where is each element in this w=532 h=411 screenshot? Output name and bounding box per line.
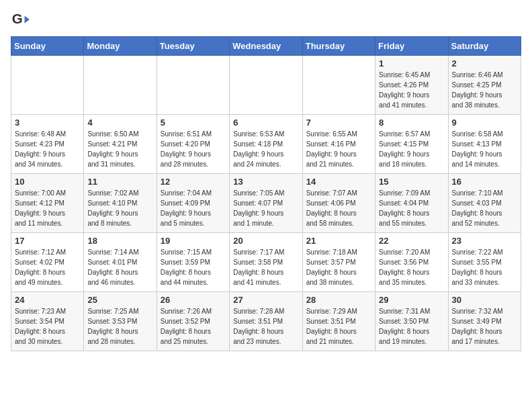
day-info: Sunrise: 6:45 AM Sunset: 4:26 PM Dayligh… [379, 70, 444, 110]
svg-marker-1 [25, 15, 30, 23]
calendar-week-row: 10Sunrise: 7:00 AM Sunset: 4:12 PM Dayli… [11, 174, 521, 233]
calendar-cell: 24Sunrise: 7:23 AM Sunset: 3:54 PM Dayli… [11, 292, 84, 351]
day-info: Sunrise: 7:00 AM Sunset: 4:12 PM Dayligh… [15, 188, 80, 228]
calendar-cell [230, 56, 302, 115]
day-number: 9 [452, 118, 517, 128]
day-info: Sunrise: 6:58 AM Sunset: 4:13 PM Dayligh… [452, 129, 517, 169]
calendar-cell: 2Sunrise: 6:46 AM Sunset: 4:25 PM Daylig… [448, 56, 521, 115]
weekday-header: Friday [375, 37, 448, 56]
day-number: 25 [87, 295, 152, 305]
calendar-cell: 14Sunrise: 7:07 AM Sunset: 4:06 PM Dayli… [302, 174, 375, 233]
day-info: Sunrise: 6:46 AM Sunset: 4:25 PM Dayligh… [452, 70, 517, 110]
calendar-week-row: 3Sunrise: 6:48 AM Sunset: 4:23 PM Daylig… [11, 115, 521, 174]
day-info: Sunrise: 7:29 AM Sunset: 3:51 PM Dayligh… [306, 306, 371, 347]
calendar-cell: 7Sunrise: 6:55 AM Sunset: 4:16 PM Daylig… [302, 115, 375, 174]
calendar-cell: 9Sunrise: 6:58 AM Sunset: 4:13 PM Daylig… [448, 115, 521, 174]
calendar-cell: 21Sunrise: 7:18 AM Sunset: 3:57 PM Dayli… [302, 233, 375, 292]
calendar-table: SundayMondayTuesdayWednesdayThursdayFrid… [11, 36, 521, 351]
day-info: Sunrise: 6:55 AM Sunset: 4:16 PM Dayligh… [306, 129, 371, 169]
calendar-cell: 11Sunrise: 7:02 AM Sunset: 4:10 PM Dayli… [84, 174, 157, 233]
svg-text:G: G [12, 11, 23, 26]
calendar-cell [84, 56, 157, 115]
day-number: 27 [233, 295, 298, 305]
day-info: Sunrise: 7:17 AM Sunset: 3:58 PM Dayligh… [233, 247, 298, 287]
calendar-cell: 19Sunrise: 7:15 AM Sunset: 3:59 PM Dayli… [157, 233, 229, 292]
calendar-cell: 4Sunrise: 6:50 AM Sunset: 4:21 PM Daylig… [84, 115, 157, 174]
day-number: 22 [379, 236, 444, 246]
day-info: Sunrise: 7:22 AM Sunset: 3:55 PM Dayligh… [452, 247, 517, 287]
calendar-cell: 29Sunrise: 7:31 AM Sunset: 3:50 PM Dayli… [375, 292, 448, 351]
day-number: 28 [306, 295, 371, 305]
calendar-week-row: 1Sunrise: 6:45 AM Sunset: 4:26 PM Daylig… [11, 56, 521, 115]
calendar-cell: 3Sunrise: 6:48 AM Sunset: 4:23 PM Daylig… [11, 115, 84, 174]
calendar-cell: 5Sunrise: 6:51 AM Sunset: 4:20 PM Daylig… [157, 115, 229, 174]
day-number: 14 [306, 177, 371, 187]
calendar-week-row: 17Sunrise: 7:12 AM Sunset: 4:02 PM Dayli… [11, 233, 521, 292]
day-number: 13 [233, 177, 298, 187]
day-number: 17 [15, 236, 80, 246]
day-number: 1 [379, 58, 444, 68]
day-number: 6 [233, 118, 298, 128]
day-number: 12 [161, 177, 226, 187]
day-number: 8 [379, 118, 444, 128]
weekday-header: Monday [84, 37, 157, 56]
day-number: 19 [161, 236, 226, 246]
calendar-cell [157, 56, 229, 115]
day-number: 7 [306, 118, 371, 128]
day-info: Sunrise: 6:48 AM Sunset: 4:23 PM Dayligh… [15, 129, 80, 169]
calendar-cell: 16Sunrise: 7:10 AM Sunset: 4:03 PM Dayli… [448, 174, 521, 233]
day-number: 2 [452, 58, 517, 68]
logo: G [11, 11, 32, 30]
calendar-cell: 25Sunrise: 7:25 AM Sunset: 3:53 PM Dayli… [84, 292, 157, 351]
header-row: SundayMondayTuesdayWednesdayThursdayFrid… [11, 37, 521, 56]
calendar-cell: 18Sunrise: 7:14 AM Sunset: 4:01 PM Dayli… [84, 233, 157, 292]
day-number: 11 [87, 177, 152, 187]
weekday-header: Wednesday [230, 37, 302, 56]
day-number: 26 [161, 295, 226, 305]
day-info: Sunrise: 7:25 AM Sunset: 3:53 PM Dayligh… [87, 306, 152, 347]
calendar-cell: 15Sunrise: 7:09 AM Sunset: 4:04 PM Dayli… [375, 174, 448, 233]
day-info: Sunrise: 7:09 AM Sunset: 4:04 PM Dayligh… [379, 188, 444, 228]
logo-icon: G [11, 11, 30, 30]
weekday-header: Thursday [302, 37, 375, 56]
day-info: Sunrise: 7:18 AM Sunset: 3:57 PM Dayligh… [306, 247, 371, 287]
calendar-cell: 17Sunrise: 7:12 AM Sunset: 4:02 PM Dayli… [11, 233, 84, 292]
day-info: Sunrise: 7:15 AM Sunset: 3:59 PM Dayligh… [161, 247, 226, 287]
day-info: Sunrise: 7:07 AM Sunset: 4:06 PM Dayligh… [306, 188, 371, 228]
calendar-cell: 13Sunrise: 7:05 AM Sunset: 4:07 PM Dayli… [230, 174, 302, 233]
day-number: 23 [452, 236, 517, 246]
day-info: Sunrise: 7:32 AM Sunset: 3:49 PM Dayligh… [452, 306, 517, 347]
calendar-cell: 26Sunrise: 7:26 AM Sunset: 3:52 PM Dayli… [157, 292, 229, 351]
calendar-cell: 20Sunrise: 7:17 AM Sunset: 3:58 PM Dayli… [230, 233, 302, 292]
calendar-cell: 1Sunrise: 6:45 AM Sunset: 4:26 PM Daylig… [375, 56, 448, 115]
calendar-cell: 10Sunrise: 7:00 AM Sunset: 4:12 PM Dayli… [11, 174, 84, 233]
calendar-cell: 27Sunrise: 7:28 AM Sunset: 3:51 PM Dayli… [230, 292, 302, 351]
day-number: 3 [15, 118, 80, 128]
day-info: Sunrise: 7:23 AM Sunset: 3:54 PM Dayligh… [15, 306, 80, 347]
day-info: Sunrise: 6:57 AM Sunset: 4:15 PM Dayligh… [379, 129, 444, 169]
day-info: Sunrise: 7:12 AM Sunset: 4:02 PM Dayligh… [15, 247, 80, 287]
day-number: 29 [379, 295, 444, 305]
day-number: 5 [161, 118, 226, 128]
calendar-cell [11, 56, 84, 115]
day-info: Sunrise: 7:14 AM Sunset: 4:01 PM Dayligh… [87, 247, 152, 287]
day-number: 15 [379, 177, 444, 187]
day-info: Sunrise: 7:28 AM Sunset: 3:51 PM Dayligh… [233, 306, 298, 347]
day-number: 24 [15, 295, 80, 305]
day-number: 4 [87, 118, 152, 128]
day-number: 21 [306, 236, 371, 246]
calendar-cell: 8Sunrise: 6:57 AM Sunset: 4:15 PM Daylig… [375, 115, 448, 174]
calendar-cell: 22Sunrise: 7:20 AM Sunset: 3:56 PM Dayli… [375, 233, 448, 292]
calendar-cell: 28Sunrise: 7:29 AM Sunset: 3:51 PM Dayli… [302, 292, 375, 351]
day-number: 18 [87, 236, 152, 246]
calendar-cell: 23Sunrise: 7:22 AM Sunset: 3:55 PM Dayli… [448, 233, 521, 292]
calendar-cell: 12Sunrise: 7:04 AM Sunset: 4:09 PM Dayli… [157, 174, 229, 233]
calendar-cell: 30Sunrise: 7:32 AM Sunset: 3:49 PM Dayli… [448, 292, 521, 351]
day-info: Sunrise: 6:50 AM Sunset: 4:21 PM Dayligh… [87, 129, 152, 169]
day-info: Sunrise: 7:26 AM Sunset: 3:52 PM Dayligh… [161, 306, 226, 347]
calendar-week-row: 24Sunrise: 7:23 AM Sunset: 3:54 PM Dayli… [11, 292, 521, 351]
day-number: 20 [233, 236, 298, 246]
day-number: 16 [452, 177, 517, 187]
calendar-cell: 6Sunrise: 6:53 AM Sunset: 4:18 PM Daylig… [230, 115, 302, 174]
weekday-header: Saturday [448, 37, 521, 56]
